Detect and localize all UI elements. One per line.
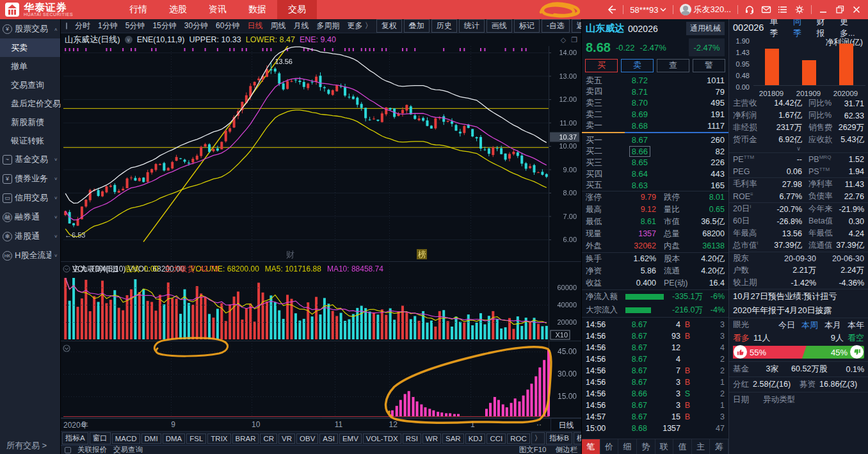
account-menu[interactable]: 58***93 — [630, 5, 666, 15]
news-line[interactable]: 2020年年报于4月20日披露 — [729, 304, 868, 318]
panel-toggle-icon[interactable] — [65, 447, 71, 453]
indicator-EMV[interactable]: EMV — [339, 434, 362, 444]
sidebar-item-交易查询[interactable]: 交易查询 — [0, 76, 60, 94]
bid-row[interactable]: 买二8.6682 — [582, 146, 728, 158]
sidebar-group-信用交易[interactable]: ▭信用交易∨ — [0, 188, 60, 207]
indicator-VOL-TDX[interactable]: VOL-TDX — [363, 434, 401, 444]
indicator-VR[interactable]: VR — [278, 434, 295, 444]
chart-button-叠加[interactable]: 叠加 — [404, 19, 430, 33]
fund-label[interactable]: 基金 — [733, 364, 749, 375]
expand-chevron-icon[interactable]: ∨ — [729, 146, 868, 152]
bid-row[interactable]: 买一8.67260 — [582, 134, 728, 146]
thumbs-down-icon[interactable] — [850, 345, 864, 359]
indicator-KDJ[interactable]: KDJ — [465, 434, 486, 444]
mail-icon[interactable] — [761, 4, 771, 15]
indicator-DMA[interactable]: DMA — [163, 434, 186, 444]
order-button-警[interactable]: 警 — [693, 59, 725, 72]
sidebar-item-银证转账[interactable]: 银证转账 — [0, 131, 60, 150]
order-button-查[interactable]: 查 — [657, 59, 689, 72]
chart-button-统计[interactable]: 统计 — [459, 19, 485, 33]
sidebar-item-撤单[interactable]: 撤单 — [0, 57, 60, 76]
period-分时[interactable]: 分时 — [71, 20, 94, 31]
indicator-窗口[interactable]: 窗口 — [90, 432, 111, 444]
menu-item-选股[interactable]: 选股 — [158, 0, 198, 19]
period-60分钟[interactable]: 60分钟 — [212, 20, 243, 31]
chart-button-历史[interactable]: 历史 — [431, 19, 457, 33]
sidebar-group-H股全流通[interactable]: HKH股全流通∨ — [0, 246, 60, 265]
ask-row[interactable]: 卖五8.721011 — [582, 75, 728, 86]
sidebar-item-盘后定价交易[interactable]: 盘后定价交易 — [0, 94, 60, 113]
list-icon[interactable] — [778, 4, 788, 15]
restore-icon[interactable] — [835, 4, 845, 15]
quote-tab-联[interactable]: 联 — [655, 439, 674, 454]
indicator-DMI[interactable]: DMI — [141, 434, 161, 444]
indicator-SAR[interactable]: SAR — [442, 434, 464, 444]
quote-tab-筹[interactable]: 筹 — [710, 439, 728, 454]
indicator-指标B[interactable]: 指标B — [546, 432, 572, 444]
period-多周期[interactable]: 多周期 — [312, 20, 343, 31]
status-trade-query[interactable]: 交易查询 — [113, 445, 143, 454]
ask-row[interactable]: 卖一8.681117 — [582, 120, 728, 131]
quote-tab-价[interactable]: 价 — [600, 439, 619, 454]
indicator-ASI[interactable]: ASI — [319, 434, 338, 444]
period-1分钟[interactable]: 1分钟 — [94, 20, 122, 31]
period-月线[interactable]: 月线 — [289, 20, 312, 31]
sentiment-tab-本周[interactable]: 本周 — [801, 320, 818, 331]
headset-icon[interactable] — [744, 4, 755, 15]
status-sidebar-toggle[interactable]: 侧边栏 — [556, 445, 578, 454]
sidebar-item-新股新债[interactable]: 新股新债 — [0, 113, 60, 131]
menu-item-资讯[interactable]: 资讯 — [198, 0, 237, 19]
gear-icon[interactable] — [794, 4, 805, 15]
news-line[interactable]: 10月27日预告业绩:预计扭亏 — [729, 289, 868, 304]
user-menu[interactable]: 乐友320... — [680, 4, 731, 15]
bid-row[interactable]: 买四8.64443 — [582, 168, 728, 180]
indicator-FSL[interactable]: FSL — [186, 434, 206, 444]
quote-tab-主[interactable]: 主 — [692, 439, 711, 454]
quote-tab-笔[interactable]: 笔 — [582, 439, 600, 454]
sentiment-tab-今日[interactable]: 今日 — [778, 320, 795, 331]
indicator-模 板[interactable]: 模 板 — [574, 432, 581, 444]
period-30分钟[interactable]: 30分钟 — [181, 20, 212, 31]
indicator-CCI[interactable]: CCI — [486, 434, 506, 444]
industry-tag[interactable]: 通用机械 — [686, 22, 725, 35]
indicator-〉[interactable]: 〉 — [531, 432, 545, 444]
indicator-OBV[interactable]: OBV — [296, 434, 318, 444]
layout-icon[interactable] — [66, 22, 67, 29]
period-更多 〉[interactable]: 更多 〉 — [343, 20, 376, 31]
quote-tab-势[interactable]: 势 — [637, 439, 655, 454]
chart-period-label[interactable]: 日线 — [551, 419, 581, 432]
indicator-CR[interactable]: CR — [260, 434, 277, 444]
sidebar-group-基金交易[interactable]: ~基金交易∨ — [0, 150, 60, 169]
chart-button-标记[interactable]: 标记 — [514, 19, 540, 33]
menu-item-交易[interactable]: 交易 — [277, 0, 317, 19]
indicator-TRIX[interactable]: TRIX — [207, 434, 230, 444]
indicator-指标A[interactable]: 指标A — [62, 432, 88, 444]
indicator-WR[interactable]: WR — [422, 434, 441, 444]
indicator-BRAR[interactable]: BRAR — [232, 434, 259, 444]
bid-row[interactable]: 买五8.63165 — [582, 179, 728, 191]
chart-button-复权[interactable]: 复权 — [376, 19, 402, 33]
order-button-买[interactable]: 买 — [585, 59, 618, 72]
quote-tab-细[interactable]: 细 — [618, 439, 637, 454]
sidebar-group-港股通[interactable]: ✻港股通∨ — [0, 227, 60, 246]
sentiment-tab-本年[interactable]: 本年 — [848, 320, 864, 331]
bid-row[interactable]: 买三8.65226 — [582, 157, 728, 168]
chart-button--自选[interactable]: -自选 — [542, 19, 570, 33]
panel-icon[interactable]: ❐ — [571, 36, 577, 44]
status-f10[interactable]: 图文F10 — [519, 445, 547, 454]
sidebar-group-股票交易[interactable]: ¥股票交易∧ — [0, 19, 60, 38]
indicator-MACD[interactable]: MACD — [112, 434, 140, 444]
status-linked-quote[interactable]: 关联报价 — [77, 445, 107, 454]
period-周线[interactable]: 周线 — [266, 20, 289, 31]
quote-tab-值[interactable]: 值 — [673, 439, 692, 454]
sidebar-group-债券业务[interactable]: ¥债券业务∨ — [0, 169, 60, 188]
period-日线[interactable]: 日线 — [243, 20, 266, 31]
menu-item-数据[interactable]: 数据 — [237, 0, 277, 19]
order-button-卖[interactable]: 卖 — [621, 59, 654, 72]
ask-row[interactable]: 卖三8.70495 — [582, 97, 728, 109]
back-arrow-icon[interactable] — [606, 4, 616, 15]
collapse-circle-icon[interactable]: ∨ — [125, 36, 133, 44]
period-15分钟[interactable]: 15分钟 — [149, 20, 180, 31]
ask-row[interactable]: 卖四8.7179 — [582, 86, 728, 98]
ask-row[interactable]: 卖二8.69191 — [582, 109, 728, 120]
